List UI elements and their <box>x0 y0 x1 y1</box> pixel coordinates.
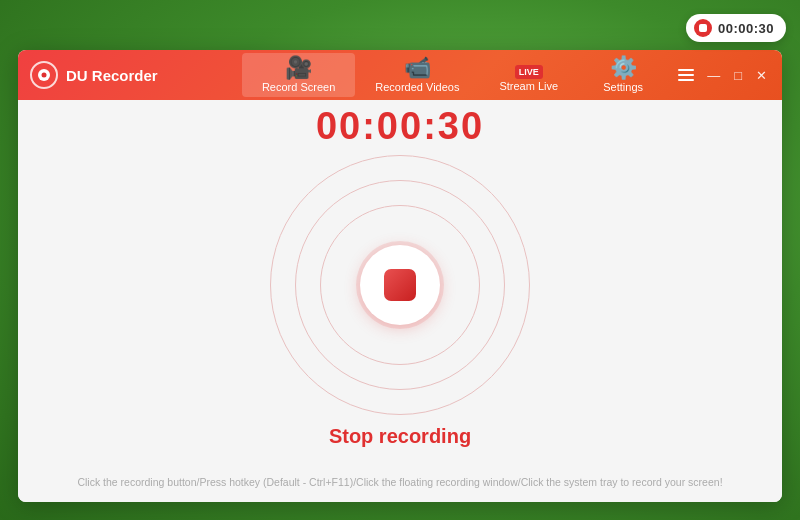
stop-button[interactable] <box>360 245 440 325</box>
titlebar: DU Recorder 🎥 Record Screen 📹 Recorded V… <box>18 50 782 100</box>
tab-recorded-videos[interactable]: 📹 Recorded Videos <box>355 53 479 97</box>
window-controls: — □ ✕ <box>676 67 770 84</box>
footer-hint: Click the recording button/Press hotkey … <box>18 476 782 488</box>
minimize-button[interactable]: — <box>704 67 723 84</box>
gear-icon: ⚙️ <box>610 57 637 79</box>
timer-display: 00:00:30 <box>316 105 484 148</box>
floating-timer-display: 00:00:30 <box>718 21 774 36</box>
video-icon: 📹 <box>404 57 431 79</box>
stop-label: Stop recording <box>329 425 471 448</box>
main-window: DU Recorder 🎥 Record Screen 📹 Recorded V… <box>18 50 782 502</box>
main-content: 00:00:30 Stop recording Click the record… <box>18 100 782 502</box>
stop-icon <box>384 269 416 301</box>
tab-record-screen-label: Record Screen <box>262 81 335 93</box>
tab-settings[interactable]: ⚙️ Settings <box>578 53 668 97</box>
logo-icon <box>38 69 50 81</box>
close-button[interactable]: ✕ <box>753 67 770 84</box>
maximize-button[interactable]: □ <box>731 67 745 84</box>
tab-stream-live-label: Stream Live <box>499 80 558 92</box>
nav-tabs: 🎥 Record Screen 📹 Recorded Videos LIVE S… <box>242 53 668 97</box>
menu-icon[interactable] <box>676 67 696 83</box>
app-logo <box>30 61 58 89</box>
camera-icon: 🎥 <box>285 57 312 79</box>
stop-icon <box>699 24 707 32</box>
tab-record-screen[interactable]: 🎥 Record Screen <box>242 53 355 97</box>
tab-stream-live[interactable]: LIVE Stream Live <box>479 53 578 97</box>
recording-dot-icon <box>694 19 712 37</box>
app-title: DU Recorder <box>66 67 242 84</box>
tab-settings-label: Settings <box>603 81 643 93</box>
live-icon: LIVE <box>515 58 543 79</box>
rings-container: 00:00:30 <box>270 155 530 415</box>
floating-timer[interactable]: 00:00:30 <box>686 14 786 42</box>
tab-recorded-videos-label: Recorded Videos <box>375 81 459 93</box>
